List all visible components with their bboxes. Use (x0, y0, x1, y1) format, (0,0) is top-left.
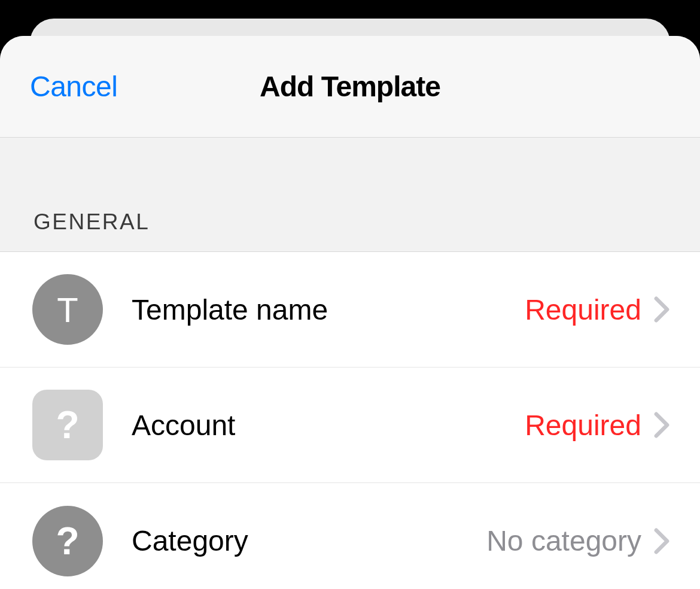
general-list: T Template name Required ? Account Requi… (0, 251, 700, 589)
template-name-label: Template name (132, 293, 525, 326)
cancel-button[interactable]: Cancel (30, 70, 117, 103)
navigation-bar: Cancel Add Template (0, 36, 700, 138)
content-area: GENERAL T Template name Required ? Accou… (0, 138, 700, 589)
template-name-value: Required (525, 293, 641, 326)
account-value: Required (525, 409, 641, 442)
category-icon: ? (32, 506, 103, 576)
category-value: No category (486, 524, 641, 557)
section-header-general: GENERAL (0, 138, 700, 251)
account-icon: ? (32, 390, 103, 460)
chevron-right-icon (653, 412, 670, 438)
chevron-right-icon (653, 528, 670, 554)
category-label: Category (132, 524, 486, 557)
account-icon-letter: ? (56, 403, 79, 447)
template-icon: T (32, 274, 103, 345)
page-title: Add Template (260, 70, 440, 103)
account-row[interactable]: ? Account Required (0, 368, 700, 483)
template-icon-letter: T (57, 290, 78, 330)
template-name-row[interactable]: T Template name Required (0, 252, 700, 368)
category-row[interactable]: ? Category No category (0, 483, 700, 589)
category-icon-letter: ? (56, 519, 79, 563)
chevron-right-icon (653, 296, 670, 323)
account-label: Account (132, 409, 525, 442)
modal-sheet: Cancel Add Template GENERAL T Template n… (0, 36, 700, 589)
